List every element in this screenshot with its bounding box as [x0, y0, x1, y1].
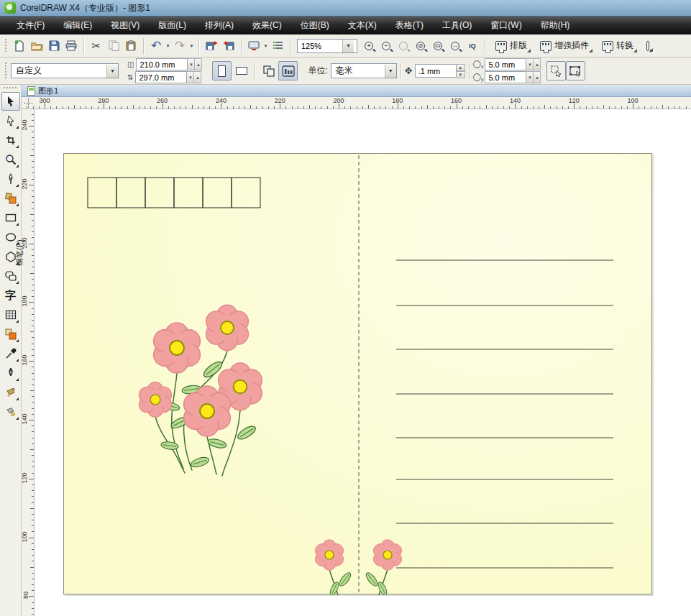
flower[interactable]: [154, 323, 201, 373]
launcher-dropdown[interactable]: ▾: [262, 37, 269, 55]
undo-dropdown[interactable]: ▾: [165, 37, 171, 55]
postcard-page[interactable]: [63, 153, 652, 594]
duplicate-x-input[interactable]: [485, 58, 526, 70]
zoom-tool[interactable]: [1, 150, 20, 169]
toolbox-grip[interactable]: [3, 86, 17, 90]
flower[interactable]: [315, 540, 343, 570]
flower[interactable]: [206, 305, 249, 351]
menu-window[interactable]: 窗口(W): [481, 17, 531, 35]
copy-button[interactable]: [105, 37, 122, 55]
zoom-level-combo[interactable]: ▼: [297, 39, 357, 53]
clipped-plugin-button[interactable]: [641, 39, 654, 53]
nudge-spinner[interactable]: ▲▼: [457, 64, 465, 78]
pick-tool[interactable]: [1, 92, 20, 111]
new-button[interactable]: [11, 37, 28, 55]
portrait-button[interactable]: [212, 61, 232, 81]
ruler-origin-icon[interactable]: [24, 98, 33, 108]
menu-help[interactable]: 帮助(H): [531, 17, 580, 35]
typesetting-plugin-button[interactable]: 排版: [490, 37, 532, 54]
application-launcher-button[interactable]: [245, 37, 262, 55]
paper-height-input[interactable]: [135, 71, 187, 83]
import-button[interactable]: [203, 37, 220, 55]
units-dropdown[interactable]: ▼: [385, 65, 396, 78]
fill-tool[interactable]: [1, 383, 20, 402]
basic-shapes-tool[interactable]: [1, 267, 20, 285]
freehand-pen-tool[interactable]: [1, 170, 20, 188]
save-button[interactable]: [45, 37, 63, 55]
enhance-plugin-button[interactable]: 增强插件: [535, 37, 594, 54]
postal-code-box[interactable]: [232, 178, 260, 208]
zoom-out-button[interactable]: −: [377, 37, 395, 55]
menu-tools[interactable]: 工具(O): [433, 17, 481, 35]
outline-pen-tool[interactable]: [1, 364, 20, 382]
menu-file[interactable]: 文件(F): [7, 17, 54, 35]
zoom-height-button[interactable]: IQ: [464, 37, 481, 55]
landscape-button[interactable]: [232, 61, 251, 81]
duplicate-y-spinner[interactable]: ▼▲: [526, 71, 541, 83]
treat-as-filled-toggle[interactable]: [546, 61, 566, 81]
convert-plugin-button[interactable]: 转换: [597, 37, 639, 54]
postal-code-box[interactable]: [203, 178, 232, 208]
paper-width-input[interactable]: [136, 58, 188, 70]
redo-dropdown[interactable]: ▾: [188, 37, 195, 55]
export-button[interactable]: [220, 37, 237, 55]
menu-arrange[interactable]: 排列(A): [196, 17, 243, 35]
units-combo[interactable]: 毫米 ▼: [331, 63, 397, 78]
zoom-width-button[interactable]: ↔: [447, 37, 464, 55]
undo-button[interactable]: ↶: [147, 37, 165, 55]
blend-tool[interactable]: [1, 325, 20, 344]
table-tool[interactable]: [1, 305, 20, 324]
paper-width-spinner[interactable]: ▼▲: [188, 58, 202, 70]
cut-button[interactable]: ✂: [88, 37, 105, 55]
interactive-fill-tool[interactable]: [1, 403, 20, 421]
flowers[interactable]: [139, 305, 401, 570]
page-preset-combo[interactable]: 自定义 ▼: [11, 63, 119, 78]
postal-code-box[interactable]: [88, 178, 116, 208]
menu-edit[interactable]: 编辑(E): [54, 17, 101, 35]
drawing-canvas[interactable]: [35, 109, 691, 616]
shape-tool[interactable]: [1, 111, 20, 130]
flower[interactable]: [139, 382, 171, 418]
text-tool[interactable]: 字: [1, 286, 20, 305]
postal-code-box[interactable]: [174, 178, 203, 208]
zoom-level-input[interactable]: [298, 40, 342, 52]
menu-view[interactable]: 视图(V): [101, 17, 149, 35]
eyedropper-tool[interactable]: [1, 344, 20, 363]
propbar-grip[interactable]: [4, 62, 8, 81]
page-preset-dropdown[interactable]: ▼: [106, 65, 118, 78]
toolbar-grip[interactable]: [4, 38, 8, 54]
horizontal-ruler[interactable]: 300280260240220200180160140120100: [22, 97, 691, 109]
vertical-ruler[interactable]: 24022020018016014012010080: [22, 109, 35, 616]
document-tab[interactable]: 图形1: [22, 86, 64, 96]
zoom-selection-button[interactable]: @: [412, 37, 429, 55]
zoom-one-shot-button[interactable]: [395, 37, 412, 55]
duplicate-x-spinner[interactable]: ▼▲: [526, 58, 541, 70]
zoom-in-button[interactable]: +: [360, 37, 377, 55]
postal-code-boxes[interactable]: [88, 178, 260, 208]
menu-table[interactable]: 表格(T): [386, 17, 433, 35]
postal-code-box[interactable]: [145, 178, 174, 208]
writing-lines[interactable]: [396, 260, 613, 568]
flower[interactable]: [373, 540, 401, 570]
menu-effects[interactable]: 效果(C): [243, 17, 291, 35]
menu-text[interactable]: 文本(X): [339, 17, 386, 35]
options-button[interactable]: [269, 37, 286, 55]
rectangle-tool[interactable]: [1, 208, 20, 227]
menu-bitmaps[interactable]: 位图(B): [291, 17, 339, 35]
zoom-page-button[interactable]: ▭: [429, 37, 447, 55]
bounding-box-toggle[interactable]: [566, 61, 585, 81]
duplicate-y-input[interactable]: [485, 71, 526, 83]
paste-button[interactable]: [122, 37, 139, 55]
zoom-level-dropdown[interactable]: ▼: [342, 40, 354, 52]
menu-layout[interactable]: 版面(L): [149, 17, 196, 35]
smart-fill-tool[interactable]: [1, 189, 20, 208]
flower[interactable]: [184, 386, 231, 436]
postal-code-box[interactable]: [116, 178, 145, 208]
redo-button[interactable]: ↷: [171, 37, 188, 55]
nudge-input[interactable]: [415, 64, 457, 78]
all-pages-button[interactable]: [259, 61, 278, 81]
crop-tool[interactable]: [1, 131, 20, 150]
current-page-button[interactable]: [278, 61, 298, 81]
open-button[interactable]: [28, 37, 45, 55]
print-button[interactable]: [63, 37, 80, 55]
